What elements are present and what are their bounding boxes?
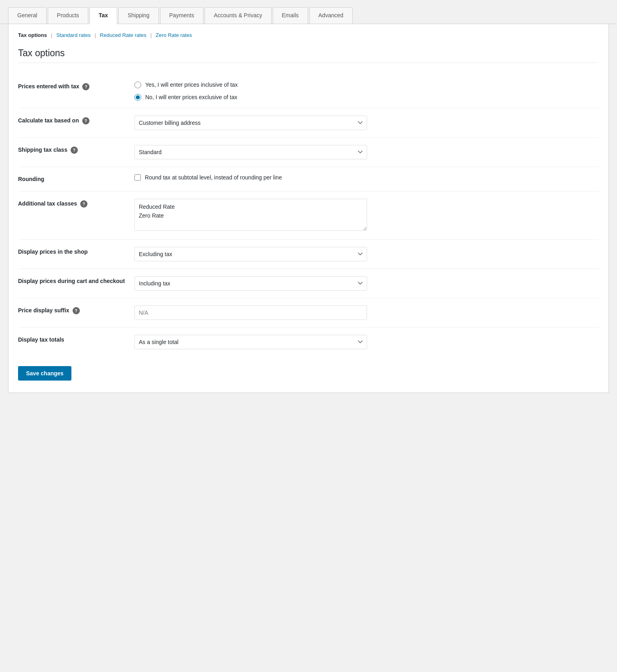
radio-group-prices: Yes, I will enter prices inclusive of ta… <box>134 81 595 101</box>
subnav-sep-1: | <box>51 32 52 38</box>
row-rounding: Rounding Round tax at subtotal level, in… <box>18 167 599 191</box>
radio-label-inclusive[interactable]: Yes, I will enter prices inclusive of ta… <box>134 81 595 88</box>
radio-inclusive[interactable] <box>134 81 141 88</box>
tab-emails[interactable]: Emails <box>273 7 308 24</box>
label-rounding: Rounding <box>18 167 130 191</box>
checkbox-rounding[interactable] <box>134 174 141 181</box>
help-icon-price-display-suffix[interactable]: ? <box>73 307 80 314</box>
tab-payments[interactable]: Payments <box>160 7 203 24</box>
subnav-current: Tax options <box>18 32 47 38</box>
sub-nav: Tax options | Standard rates | Reduced R… <box>18 32 599 38</box>
field-display-tax-totals: As a single total Itemized <box>130 327 599 356</box>
tab-products[interactable]: Products <box>48 7 88 24</box>
subnav-standard-rates[interactable]: Standard rates <box>56 32 90 38</box>
label-price-display-suffix: Price display suffix ? <box>18 298 130 327</box>
textarea-additional-tax-classes[interactable]: Reduced Rate Zero Rate <box>134 199 367 231</box>
field-rounding: Round tax at subtotal level, instead of … <box>130 167 599 191</box>
radio-label-exclusive[interactable]: No, I will enter prices exclusive of tax <box>134 94 595 101</box>
field-display-prices-shop: Excluding tax Including tax Including ta… <box>130 239 599 269</box>
label-display-prices-shop: Display prices in the shop <box>18 239 130 269</box>
help-icon-prices-entered-with-tax[interactable]: ? <box>82 83 89 90</box>
form-table: Prices entered with tax ? Yes, I will en… <box>18 74 599 356</box>
input-price-display-suffix[interactable] <box>134 305 367 320</box>
page-title: Tax options <box>18 48 599 63</box>
subnav-reduced-rate-rates[interactable]: Reduced Rate rates <box>100 32 146 38</box>
label-prices-entered-with-tax: Prices entered with tax ? <box>18 74 130 108</box>
row-additional-tax-classes: Additional tax classes ? Reduced Rate Ze… <box>18 191 599 239</box>
subnav-zero-rate-rates[interactable]: Zero Rate rates <box>156 32 192 38</box>
label-additional-tax-classes: Additional tax classes ? <box>18 191 130 239</box>
field-additional-tax-classes: Reduced Rate Zero Rate <box>130 191 599 239</box>
label-display-tax-totals: Display tax totals <box>18 327 130 356</box>
page-wrapper: General Products Tax Shipping Payments A… <box>0 0 617 672</box>
row-display-prices-shop: Display prices in the shop Excluding tax… <box>18 239 599 269</box>
row-shipping-tax-class: Shipping tax class ? Standard Reduced Ra… <box>18 137 599 167</box>
select-shipping-tax-class[interactable]: Standard Reduced Rate Zero Rate <box>134 145 367 159</box>
label-calculate-tax-based-on: Calculate tax based on ? <box>18 108 130 137</box>
tab-shipping[interactable]: Shipping <box>118 7 159 24</box>
label-shipping-tax-class: Shipping tax class ? <box>18 137 130 167</box>
tab-general[interactable]: General <box>8 7 47 24</box>
field-price-display-suffix <box>130 298 599 327</box>
tab-tax[interactable]: Tax <box>89 7 117 24</box>
checkbox-label-rounding[interactable]: Round tax at subtotal level, instead of … <box>134 174 595 181</box>
subnav-sep-2: | <box>95 32 96 38</box>
tab-advanced[interactable]: Advanced <box>309 7 353 24</box>
field-display-prices-cart-checkout: Excluding tax Including tax Including ta… <box>130 269 599 298</box>
row-calculate-tax-based-on: Calculate tax based on ? Customer billin… <box>18 108 599 137</box>
radio-exclusive[interactable] <box>134 94 141 101</box>
save-button[interactable]: Save changes <box>18 366 71 381</box>
row-price-display-suffix: Price display suffix ? <box>18 298 599 327</box>
content-area: Tax options | Standard rates | Reduced R… <box>8 24 609 393</box>
row-display-prices-cart-checkout: Display prices during cart and checkout … <box>18 269 599 298</box>
help-icon-calculate-tax[interactable]: ? <box>82 117 89 124</box>
field-prices-entered-with-tax: Yes, I will enter prices inclusive of ta… <box>130 74 599 108</box>
row-display-tax-totals: Display tax totals As a single total Ite… <box>18 327 599 356</box>
row-prices-entered-with-tax: Prices entered with tax ? Yes, I will en… <box>18 74 599 108</box>
select-display-tax-totals[interactable]: As a single total Itemized <box>134 335 367 349</box>
subnav-sep-3: | <box>150 32 152 38</box>
tab-accounts-privacy[interactable]: Accounts & Privacy <box>205 7 272 24</box>
select-calculate-tax-based-on[interactable]: Customer billing address Customer shippi… <box>134 116 367 130</box>
help-icon-additional-tax-classes[interactable]: ? <box>80 200 87 208</box>
label-display-prices-cart-checkout: Display prices during cart and checkout <box>18 269 130 298</box>
field-calculate-tax-based-on: Customer billing address Customer shippi… <box>130 108 599 137</box>
select-display-prices-shop[interactable]: Excluding tax Including tax Including ta… <box>134 247 367 261</box>
select-display-prices-cart-checkout[interactable]: Excluding tax Including tax Including ta… <box>134 276 367 291</box>
tabs-bar: General Products Tax Shipping Payments A… <box>0 0 617 24</box>
field-shipping-tax-class: Standard Reduced Rate Zero Rate <box>130 137 599 167</box>
help-icon-shipping-tax-class[interactable]: ? <box>71 147 78 154</box>
